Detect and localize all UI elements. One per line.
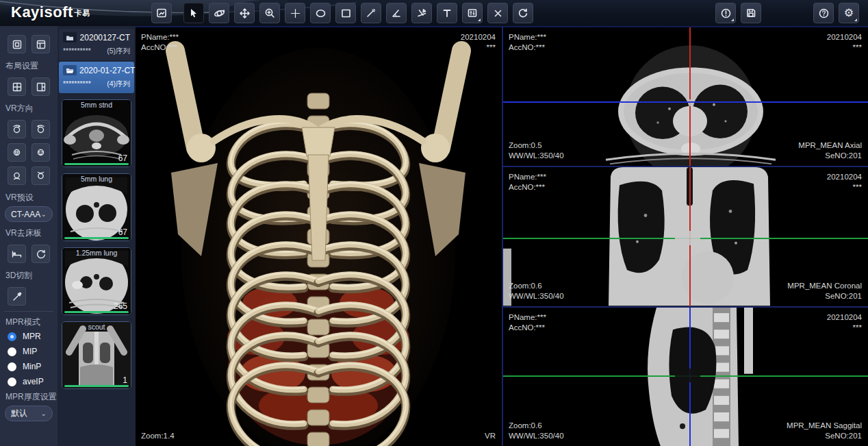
vr-patient-overlay: PName:*** AccNO:*** bbox=[141, 32, 179, 53]
wwwl-value: WW/WL:350/40 bbox=[509, 151, 564, 161]
grid-2x2-layout-button[interactable] bbox=[8, 77, 26, 96]
study-item-2-selected[interactable]: 2020-01-27-CT ********** (4)序列 bbox=[59, 62, 134, 93]
mpr-mode-radio-aveip[interactable]: aveIP bbox=[0, 374, 58, 389]
help-button[interactable] bbox=[813, 3, 834, 23]
mpr-mode-radio-mip[interactable]: MIP bbox=[0, 344, 58, 359]
view-name: MPR_MEAN Saggital bbox=[787, 421, 862, 431]
vr-preset-value: CT-AAA bbox=[11, 210, 40, 219]
vr-accno: AccNO:*** bbox=[141, 42, 179, 53]
study-patient: ********** bbox=[63, 47, 91, 56]
radio-label: MIP bbox=[23, 347, 37, 356]
sidebar-divider bbox=[4, 311, 53, 312]
grid-1-2-layout-button[interactable] bbox=[31, 77, 50, 96]
main-toolbar bbox=[151, 3, 538, 23]
delete-icon bbox=[493, 8, 503, 18]
mpr-mode-radio-minp[interactable]: MinP bbox=[0, 359, 58, 374]
angle-icon bbox=[391, 8, 402, 18]
text-annotation-button[interactable] bbox=[437, 3, 457, 23]
ellipse-roi-icon bbox=[315, 8, 327, 19]
sagittal-crosshair-horizontal[interactable] bbox=[503, 375, 868, 377]
save-button[interactable] bbox=[741, 3, 761, 23]
scalpel-icon bbox=[12, 291, 23, 302]
vr-study-stars: *** bbox=[461, 42, 496, 53]
pname: PName:*** bbox=[509, 172, 546, 182]
series-thumbnail-5mm-lung[interactable]: 5mm lung 67 bbox=[62, 173, 131, 241]
axial-crosshair-horizontal[interactable] bbox=[503, 101, 868, 103]
rotate-3d-tool-button[interactable] bbox=[209, 3, 229, 23]
radio-label: MinP bbox=[23, 362, 41, 371]
grid-1-2-icon bbox=[36, 82, 47, 92]
folder-open-icon bbox=[63, 65, 77, 75]
vr-preset-select[interactable]: CT-AAA ⌄ bbox=[5, 206, 53, 222]
coronal-crosshair-vertical[interactable] bbox=[689, 167, 691, 306]
mpr-thickness-select[interactable]: 默认 ⌄ bbox=[5, 406, 53, 421]
study-date: 20210204 bbox=[827, 172, 862, 182]
folder-icon bbox=[63, 32, 77, 42]
bed-reset-button[interactable] bbox=[31, 245, 50, 263]
angle-tool-button[interactable] bbox=[386, 3, 407, 23]
vr-orient-posterior-button[interactable] bbox=[31, 120, 50, 138]
axial-crosshair-vertical[interactable] bbox=[689, 27, 691, 166]
vr-orient-anterior-button[interactable] bbox=[8, 120, 26, 138]
vr-orient-left-button[interactable] bbox=[8, 143, 26, 162]
vr-orient-right-button[interactable] bbox=[31, 143, 50, 162]
help-icon bbox=[818, 8, 830, 19]
rect-roi-button[interactable] bbox=[335, 3, 356, 23]
radio-label: MPR bbox=[23, 332, 41, 341]
mpr-mode-radio-mpr[interactable]: MPR bbox=[0, 329, 58, 344]
mpr-mode-section-label: MPR模式 bbox=[0, 314, 58, 329]
vr-orient-anterior-icon bbox=[11, 123, 23, 135]
axial-series-overlay: MPR_MEAN Axial SeNO:201 bbox=[798, 140, 862, 161]
ct-viewer-app: Kayisoft卡易 ⚙ bbox=[0, 0, 868, 446]
coronal-patient-overlay: PName:*** AccNO:*** bbox=[509, 172, 546, 193]
series-thumbnail-125mm-lung[interactable]: 1.25mm lung 265 bbox=[62, 247, 131, 315]
vr-orient-head-button[interactable] bbox=[8, 166, 26, 185]
delete-annotation-button[interactable] bbox=[487, 3, 508, 23]
settings-button[interactable]: ⚙ bbox=[839, 3, 859, 23]
rotate-3d-icon bbox=[214, 8, 225, 19]
bed-removal-button[interactable] bbox=[8, 245, 26, 263]
coronal-crosshair-horizontal[interactable] bbox=[503, 238, 868, 239]
pan-tool-button[interactable] bbox=[234, 3, 255, 23]
layout-preset-button[interactable] bbox=[31, 35, 50, 53]
thumbnail-image-count: 67 bbox=[118, 227, 127, 237]
seno: SeNO:201 bbox=[787, 431, 862, 441]
thumbnail-label: 5mm stnd bbox=[62, 101, 131, 109]
app-logo: Kayisoft卡易 bbox=[11, 3, 90, 21]
tools-sidebar: 布局设置 VR方向 VR预设 CT-AAA ⌄ VR去床板 3D切割 bbox=[0, 26, 58, 446]
study-date: 2020-01-27-CT bbox=[79, 66, 135, 75]
zoom-tool-button[interactable] bbox=[259, 3, 280, 23]
pointer-icon bbox=[188, 8, 199, 18]
window-level-button[interactable] bbox=[462, 3, 483, 23]
pointer-tool-button[interactable] bbox=[183, 3, 204, 23]
radio-icon bbox=[8, 362, 16, 371]
coronal-study-overlay: 20210204 *** bbox=[827, 172, 862, 193]
series-thumbnail-5mm-stnd[interactable]: 5mm stnd 67 bbox=[62, 99, 131, 167]
vr-orient-feet-icon bbox=[35, 170, 47, 182]
view-2d-button[interactable] bbox=[151, 3, 172, 23]
reset-view-button[interactable] bbox=[513, 3, 533, 23]
mpr-panel: PName:*** AccNO:*** 20210204 *** Zoom:0.… bbox=[502, 26, 868, 446]
vr-study-date: 20210204 bbox=[461, 32, 496, 42]
layout-single-button[interactable] bbox=[8, 35, 26, 53]
measure-line-button[interactable] bbox=[361, 3, 381, 23]
info-button[interactable] bbox=[715, 3, 736, 23]
series-thumbnail-scout[interactable]: scout 1 bbox=[62, 321, 131, 389]
ellipse-roi-button[interactable] bbox=[310, 3, 331, 23]
vr-viewport[interactable]: PName:*** AccNO:*** 20210204 *** Zoom:1.… bbox=[136, 26, 502, 446]
sagittal-crosshair-vertical[interactable] bbox=[689, 308, 691, 446]
mpr-sagittal-viewport[interactable]: PName:*** AccNO:*** 20210204 *** Zoom:0.… bbox=[503, 308, 868, 446]
vr-orient-feet-button[interactable] bbox=[31, 166, 50, 185]
mpr-coronal-viewport[interactable]: PName:*** AccNO:*** 20210204 *** Zoom:0.… bbox=[503, 167, 868, 307]
pname: PName:*** bbox=[509, 312, 546, 323]
cobb-angle-button[interactable] bbox=[411, 3, 432, 23]
vr-study-overlay: 20210204 *** bbox=[461, 32, 496, 53]
mpr-axial-viewport[interactable]: PName:*** AccNO:*** 20210204 *** Zoom:0.… bbox=[503, 27, 868, 167]
study-date: 20210204 bbox=[827, 312, 862, 323]
vr-mode-overlay: VR bbox=[485, 431, 496, 441]
thumbnail-progress-bar bbox=[64, 311, 129, 313]
settings-gear-icon: ⚙ bbox=[844, 8, 854, 18]
study-item-1[interactable]: 20200127-CT ********** (5)序列 bbox=[59, 29, 134, 60]
scalpel-button[interactable] bbox=[8, 287, 26, 306]
crosshair-tool-button[interactable] bbox=[285, 3, 305, 23]
